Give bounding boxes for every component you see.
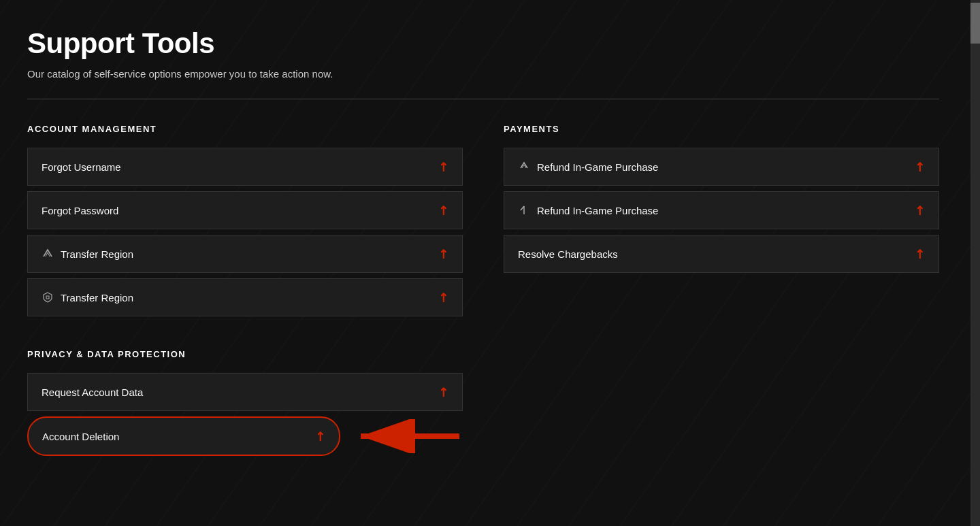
refund-ingame-1-item[interactable]: Refund In-Game Purchase ↗ <box>504 148 939 186</box>
transfer-region-1-left: Transfer Region <box>42 248 133 260</box>
forgot-password-label: Forgot Password <box>42 205 118 216</box>
coin-icon <box>518 161 530 173</box>
forgot-password-item[interactable]: Forgot Password ↗ <box>27 191 463 229</box>
resolve-chargebacks-label: Resolve Chargebacks <box>518 248 618 260</box>
resolve-chargebacks-item[interactable]: Resolve Chargebacks ↗ <box>504 235 939 273</box>
forgot-username-arrow-icon: ↗ <box>434 158 452 176</box>
refund-ingame-2-label: Refund In-Game Purchase <box>537 205 658 216</box>
forgot-username-item[interactable]: Forgot Username ↗ <box>27 148 463 186</box>
forgot-password-arrow-icon: ↗ <box>434 201 452 219</box>
annotation-arrow <box>354 419 463 453</box>
transfer-region-1-label: Transfer Region <box>61 248 133 260</box>
account-deletion-row: Account Deletion ↗ <box>27 416 463 456</box>
privacy-section: PRIVACY & DATA PROTECTION Request Accoun… <box>27 349 463 461</box>
resolve-chargebacks-arrow-icon: ↗ <box>911 245 928 263</box>
refund-ingame-1-arrow-icon: ↗ <box>911 158 928 176</box>
controller-icon <box>518 204 530 216</box>
refund-ingame-1-left: Refund In-Game Purchase <box>518 161 658 173</box>
account-management-section: ACCOUNT MANAGEMENT Forgot Username ↗ For… <box>27 124 463 322</box>
transfer-region-2-arrow-icon: ↗ <box>434 289 452 306</box>
request-account-data-item[interactable]: Request Account Data ↗ <box>27 373 463 411</box>
request-account-data-arrow-icon: ↗ <box>434 383 452 401</box>
refund-ingame-2-arrow-icon: ↗ <box>911 201 928 219</box>
valorant-icon <box>42 248 54 260</box>
forgot-username-label: Forgot Username <box>42 161 121 173</box>
transfer-region-1-arrow-icon: ↗ <box>434 245 452 263</box>
transfer-region-1-item[interactable]: Transfer Region ↗ <box>27 235 463 273</box>
account-deletion-arrow-icon: ↗ <box>311 427 329 445</box>
account-deletion-label: Account Deletion <box>42 431 119 442</box>
section-divider <box>27 99 939 99</box>
payments-title: PAYMENTS <box>504 124 939 134</box>
refund-ingame-1-label: Refund In-Game Purchase <box>537 161 658 173</box>
payments-section: PAYMENTS Refund In-Game Purchase ↗ <box>504 124 939 461</box>
request-account-data-label: Request Account Data <box>42 387 143 398</box>
transfer-region-2-left: Transfer Region <box>42 291 133 303</box>
account-deletion-item[interactable]: Account Deletion ↗ <box>27 416 340 456</box>
svg-rect-0 <box>46 296 49 299</box>
transfer-region-2-item[interactable]: Transfer Region ↗ <box>27 278 463 316</box>
account-management-title: ACCOUNT MANAGEMENT <box>27 124 463 134</box>
refund-ingame-2-item[interactable]: Refund In-Game Purchase ↗ <box>504 191 939 229</box>
transfer-region-2-label: Transfer Region <box>61 292 133 303</box>
red-arrow-svg <box>354 419 463 453</box>
page-title: Support Tools <box>27 27 939 60</box>
refund-ingame-2-left: Refund In-Game Purchase <box>518 204 658 216</box>
page-subtitle: Our catalog of self-service options empo… <box>27 68 939 80</box>
privacy-title: PRIVACY & DATA PROTECTION <box>27 349 463 359</box>
shield-icon <box>42 291 54 303</box>
